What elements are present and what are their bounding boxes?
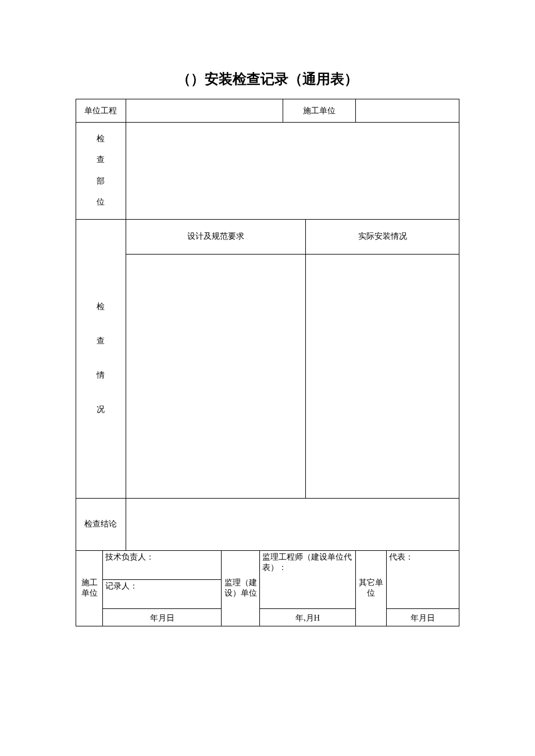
value-actual-install xyxy=(306,254,459,498)
header-actual-install: 实际安装情况 xyxy=(306,219,459,254)
label-signoff-other-unit: 其它单位 xyxy=(356,550,387,626)
label-inspect-situation: 检 查 情 况 xyxy=(76,219,126,498)
label-representative: 代表： xyxy=(386,550,459,608)
label-signoff-supervision-unit: 监理（建设）单位 xyxy=(222,550,260,626)
label-supervision-engineer: 监理工程师（建设单位代表）： xyxy=(260,550,356,608)
label-construction-unit: 施工单位 xyxy=(283,99,355,123)
inspection-record-table: 单位工程 施工单位 检 查 部 位 检 查 情 况 设计及规范要求 实际安 xyxy=(76,99,459,626)
value-construction-unit xyxy=(356,99,459,123)
label-unit-project: 单位工程 xyxy=(76,99,126,123)
date-other: 年月日 xyxy=(386,608,459,626)
value-conclusion xyxy=(126,498,459,550)
value-unit-project xyxy=(126,99,283,123)
label-recorder: 记录人： xyxy=(103,579,222,608)
label-conclusion: 检查结论 xyxy=(76,498,126,550)
label-signoff-construction-unit: 施工单位 xyxy=(76,550,103,626)
date-supervision: 年,月H xyxy=(260,608,356,626)
label-tech-leader: 技术负责人： xyxy=(103,550,222,579)
date-construction: 年月日 xyxy=(103,608,222,626)
value-inspect-position xyxy=(126,123,459,220)
header-design-req: 设计及规范要求 xyxy=(126,219,306,254)
page-title: （）安装检查记录（通用表） xyxy=(76,70,459,88)
label-inspect-position: 检 查 部 位 xyxy=(76,123,126,220)
value-design-req xyxy=(126,254,306,498)
